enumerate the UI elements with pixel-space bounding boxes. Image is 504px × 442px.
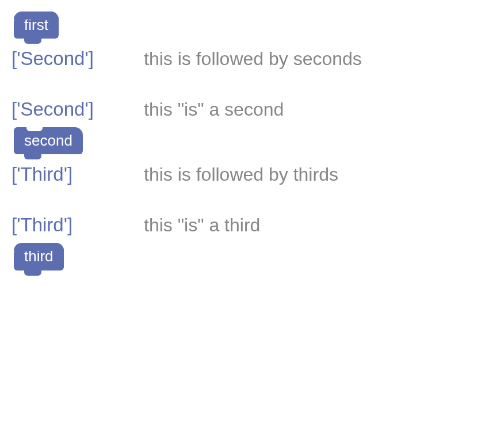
group-third: ['Third'] this "is" a third third	[12, 214, 492, 276]
row-second-follow: ['Third'] this is followed by thirds	[12, 163, 492, 185]
tokens-second-intro: ['Second']	[12, 98, 144, 120]
block-first[interactable]: first	[14, 12, 59, 39]
tokens-third: ['Third']	[12, 163, 144, 185]
block-third[interactable]: third	[14, 243, 64, 270]
tokens-third-intro: ['Third']	[12, 214, 144, 236]
desc-is-second: this "is" a second	[144, 99, 284, 120]
block-label: first	[24, 16, 48, 33]
row-third-intro: ['Third'] this "is" a third	[12, 214, 492, 236]
desc-is-third: this "is" a third	[144, 215, 260, 236]
block-label: third	[24, 247, 54, 265]
row-second-intro: ['Second'] this "is" a second	[12, 98, 492, 120]
desc-followed-seconds: this is followed by seconds	[144, 48, 362, 70]
row-first-follow: ['Second'] this is followed by seconds	[12, 48, 492, 70]
block-label: second	[24, 132, 72, 149]
tokens-second: ['Second']	[12, 48, 144, 70]
block-second[interactable]: second	[14, 127, 83, 154]
group-first: first ['Second'] this is followed by sec…	[12, 12, 492, 70]
desc-followed-thirds: this is followed by thirds	[144, 164, 338, 185]
group-second: ['Second'] this "is" a second second ['T…	[12, 98, 492, 185]
